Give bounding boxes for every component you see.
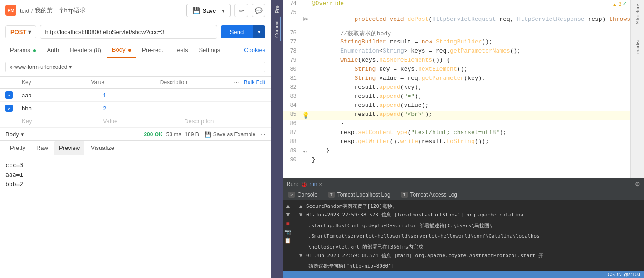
- tab-tomcat-access[interactable]: T Tomcat Access Log: [396, 190, 463, 200]
- response-body-label[interactable]: Body ▾: [5, 131, 24, 138]
- tab-tests[interactable]: Tests: [170, 43, 192, 57]
- code-line-89: 89 ▾▪ }: [283, 147, 630, 156]
- tab-body[interactable]: Body: [107, 43, 136, 58]
- breadcrumb-parent: text: [20, 7, 29, 14]
- tab-tomcat-localhost[interactable]: T Tomcat Localhost Log: [323, 190, 396, 200]
- code-line-76: 76 //获取请求的body: [283, 29, 630, 38]
- more-btn[interactable]: ···: [234, 79, 239, 86]
- url-input[interactable]: [40, 25, 217, 39]
- empty-value[interactable]: Value: [103, 118, 184, 125]
- col-actions-header: ··· Bulk Edit: [229, 79, 265, 86]
- response-time: 53 ms: [166, 131, 181, 138]
- url-bar: POST ▾ Send ▾: [0, 21, 271, 43]
- body-dot: [128, 49, 131, 52]
- row1-check[interactable]: [5, 91, 22, 99]
- console-content-area: ▲ ▼ ■ 📷 📋 ▲ SecureRandom实例花费了[120]毫秒。 ▼ …: [283, 200, 644, 271]
- console-text-2: 01-Jun-2023 22:59:38.573 信息 [localhost-s…: [306, 211, 523, 218]
- warning-count: 2: [619, 1, 621, 7]
- status-badge: 200 OK: [144, 131, 162, 138]
- run-settings-button[interactable]: ⚙: [635, 181, 640, 187]
- save-as-example-button[interactable]: 💾 Save as Example: [205, 131, 255, 138]
- console-text-3b: 始协议处理句柄["http-nio-8080"]: [308, 263, 395, 269]
- response-arrow[interactable]: ▾: [21, 131, 24, 138]
- comment-button[interactable]: 💬: [252, 4, 265, 17]
- status-bar: CSDN @s:103: [283, 271, 644, 278]
- check-icon: ✓: [623, 1, 627, 7]
- empty-desc[interactable]: Description: [184, 118, 265, 125]
- send-main-button[interactable]: Send: [221, 25, 253, 38]
- camera-button[interactable]: 📷: [284, 229, 291, 235]
- code-line-82: 82 result.append(key);: [283, 84, 630, 93]
- save-button[interactable]: 💾 Save ▾: [186, 4, 231, 17]
- top-bar: PM text / 我的第一个http语求 💾 Save ▾ ✏ 💬: [0, 0, 271, 21]
- tab-settings[interactable]: Settings: [194, 43, 224, 57]
- code-line-80: 80 String key = keys.nextElement();: [283, 66, 630, 75]
- up-arrow-icon: ▲: [299, 203, 302, 209]
- breadcrumb-current: 我的第一个http语求: [35, 6, 86, 14]
- save-example-icon: 💾: [205, 131, 211, 138]
- table-row: bbb 2: [0, 102, 271, 115]
- send-dropdown-button[interactable]: ▾: [253, 25, 265, 38]
- tab-preview[interactable]: Preview: [54, 141, 84, 155]
- tab-params[interactable]: Params: [5, 43, 40, 57]
- row1-key[interactable]: aaa: [22, 92, 103, 99]
- breadcrumb: text / 我的第一个http语求: [20, 6, 86, 14]
- scroll-up-button[interactable]: ▲: [285, 202, 291, 209]
- body-type-select[interactable]: x-www-form-urlencoded ▾: [5, 62, 265, 72]
- run-label: Run:: [287, 181, 298, 187]
- tomcat-localhost-label: Tomcat Localhost Log: [337, 192, 390, 198]
- tab-pretty[interactable]: Pretty: [5, 141, 30, 155]
- response-more-button[interactable]: ···: [261, 131, 265, 138]
- vtab-pre[interactable]: Pre: [273, 2, 281, 17]
- breadcrumb-separator: /: [31, 7, 33, 14]
- tab-prereq[interactable]: Pre-req.: [137, 43, 168, 57]
- request-tabs-bar: Params Auth Headers (8) Body Pre-req. Te…: [0, 43, 271, 58]
- row1-value[interactable]: 1: [103, 92, 184, 99]
- code-line-74: 74 @Override: [283, 0, 630, 9]
- stop-button[interactable]: ■: [286, 220, 290, 227]
- row2-key[interactable]: bbb: [22, 105, 103, 112]
- body-options: x-www-form-urlencoded ▾: [0, 58, 271, 76]
- vtab-commit[interactable]: Commit: [273, 17, 281, 41]
- bulk-edit-btn[interactable]: Bulk Edit: [244, 79, 265, 86]
- code-line-87: 87 resp.setContentType("text/html; chars…: [283, 129, 630, 138]
- checkbox-row2[interactable]: [5, 105, 13, 112]
- tab-visualize[interactable]: Visualize: [86, 141, 119, 155]
- pencil-button[interactable]: ✏: [234, 4, 248, 17]
- tab-raw[interactable]: Raw: [32, 141, 53, 155]
- run-close-button[interactable]: ×: [319, 182, 322, 187]
- response-line-1: ccc=3: [5, 161, 265, 170]
- tab-console[interactable]: > Console: [283, 190, 323, 200]
- tomcat-localhost-icon: T: [328, 192, 335, 198]
- col-value-header: Value: [91, 79, 160, 86]
- copy-button[interactable]: 📋: [284, 237, 291, 244]
- ide-bottom-panel: Run: 🐞 run × ⚙ > Console T Tomcat Localh…: [283, 178, 644, 278]
- run-name-button[interactable]: 🐞 run ×: [301, 181, 322, 187]
- checkbox-row1[interactable]: [5, 91, 13, 99]
- tab-headers[interactable]: Headers (8): [65, 43, 106, 57]
- response-tabs: Pretty Raw Preview Visualize: [0, 141, 271, 155]
- cookies-link[interactable]: Cookies: [244, 47, 265, 53]
- method-select[interactable]: POST ▾: [5, 25, 36, 38]
- console-text-2d: \helloServlet.xml]的部署已在[366]ms内完成: [308, 244, 424, 250]
- code-line-85: 85 💡 result.append("<br>");: [283, 111, 630, 120]
- marks-label[interactable]: marks: [634, 37, 641, 58]
- empty-key[interactable]: Key: [22, 118, 103, 125]
- tab-auth[interactable]: Auth: [42, 43, 63, 57]
- tomcat-access-icon: T: [401, 192, 408, 198]
- vertical-sidebar: Pre Commit: [271, 0, 283, 278]
- row2-check[interactable]: [5, 105, 22, 112]
- structure-label[interactable]: Structure: [634, 0, 641, 28]
- scroll-down-button[interactable]: ▼: [285, 211, 291, 218]
- code-sidebar: Structure marks: [630, 0, 644, 178]
- code-content: 74 @Override 75 @● protected void doPost…: [283, 0, 630, 165]
- status-text: CSDN @s:103: [608, 272, 640, 277]
- down-arrow-icon: ▼: [299, 211, 302, 218]
- warning-badge: ▲ 2 ✓: [612, 1, 627, 7]
- ide-panel: ▲ 2 ✓ 74 @Override 75 @● protected void …: [283, 0, 644, 278]
- row2-value[interactable]: 2: [103, 105, 184, 112]
- save-dropdown-arrow[interactable]: ▾: [219, 7, 225, 14]
- list-item: ▼ 01-Jun-2023 22:59:38.573 信息 [localhost…: [296, 211, 641, 251]
- console-output: ▲ SecureRandom实例花费了[120]毫秒。 ▼ 01-Jun-202…: [293, 200, 644, 271]
- table-row-empty: Key Value Description: [0, 115, 271, 128]
